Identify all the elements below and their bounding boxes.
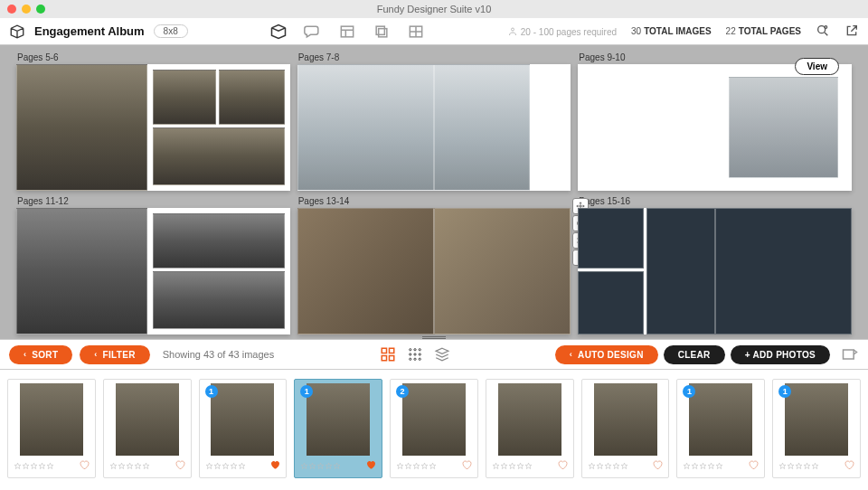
- svg-rect-0: [342, 26, 354, 37]
- svg-point-14: [409, 353, 410, 355]
- favorite-heart-icon[interactable]: [79, 457, 90, 474]
- album-name: Engagement Album: [34, 24, 145, 38]
- thumb-image: [498, 383, 561, 456]
- showing-count: Showing 43 of 43 images: [163, 349, 275, 360]
- star-rating[interactable]: [588, 462, 628, 470]
- minimize-window-icon[interactable]: [22, 5, 31, 14]
- favorite-heart-icon[interactable]: [652, 457, 663, 474]
- favorite-heart-icon[interactable]: [175, 457, 185, 474]
- edit-icon[interactable]: [841, 345, 859, 363]
- thumb-image: [594, 383, 657, 456]
- spread[interactable]: Pages 9-10 View: [578, 52, 852, 191]
- copy-icon[interactable]: [373, 23, 391, 41]
- box-icon[interactable]: [9, 24, 25, 40]
- spread[interactable]: Pages 13-14: [297, 196, 571, 335]
- thumb-image: [116, 383, 179, 456]
- svg-rect-1: [379, 28, 387, 36]
- favorite-heart-icon[interactable]: [461, 457, 472, 474]
- svg-rect-9: [389, 356, 393, 361]
- spread[interactable]: Pages 15-16: [578, 196, 852, 335]
- star-rating[interactable]: [205, 462, 246, 470]
- thumb-image: [402, 383, 466, 456]
- svg-point-15: [413, 353, 415, 355]
- window-title: Fundy Designer Suite v10: [377, 4, 492, 14]
- bottom-bar: ‹SORT ‹FILTER Showing 43 of 43 images ‹A…: [0, 339, 868, 370]
- thumbnail[interactable]: 1: [676, 379, 765, 478]
- thumb-image: [211, 383, 274, 456]
- close-window-icon[interactable]: [7, 5, 16, 14]
- layout-icon[interactable]: [338, 23, 356, 41]
- star-rating[interactable]: [300, 462, 341, 470]
- svg-point-11: [409, 349, 410, 351]
- favorite-heart-icon[interactable]: [365, 457, 376, 474]
- chat-icon[interactable]: [304, 23, 322, 41]
- filter-button[interactable]: ‹FILTER: [80, 345, 149, 364]
- spread[interactable]: Pages 7-8: [297, 52, 571, 191]
- svg-point-12: [413, 349, 415, 351]
- spread[interactable]: Pages 5-6: [16, 52, 290, 191]
- sort-button[interactable]: ‹SORT: [9, 345, 72, 364]
- svg-rect-2: [377, 26, 385, 34]
- star-rating[interactable]: [683, 462, 723, 470]
- thumbnail[interactable]: 1: [199, 379, 288, 478]
- star-rating[interactable]: [778, 462, 819, 470]
- thumb-image: [307, 383, 370, 456]
- spread-label: Pages 13-14: [298, 196, 571, 206]
- thumbnail[interactable]: [7, 379, 96, 478]
- spread-label: Pages 5-6: [17, 52, 290, 62]
- svg-rect-7: [382, 348, 386, 353]
- thumbnail[interactable]: [103, 379, 192, 478]
- maximize-window-icon[interactable]: [36, 5, 45, 14]
- pages-required-text: 20 - 100 pages required: [507, 26, 617, 37]
- favorite-heart-icon[interactable]: [844, 457, 854, 474]
- stack-view-icon[interactable]: [434, 346, 450, 363]
- total-images: 30TOTAL IMAGES: [631, 26, 712, 36]
- svg-point-16: [419, 353, 420, 355]
- usage-badge: 1: [205, 385, 218, 398]
- favorite-heart-icon[interactable]: [269, 457, 280, 474]
- star-rating[interactable]: [14, 462, 54, 470]
- toolbar: Engagement Album 8x8 20 - 100 pages requ…: [0, 18, 868, 45]
- add-photos-button[interactable]: + ADD PHOTOS: [731, 345, 830, 364]
- spread[interactable]: Pages 11-12: [16, 196, 290, 335]
- svg-rect-20: [843, 350, 854, 359]
- spreads-canvas: Pages 5-6 Pages 7-8 Pages 9-10 View Page…: [0, 45, 868, 339]
- grid-view-icon[interactable]: [380, 346, 396, 363]
- clear-button[interactable]: CLEAR: [664, 345, 725, 364]
- thumb-image: [689, 383, 752, 456]
- thumbnail[interactable]: 1: [772, 379, 861, 478]
- svg-point-4: [512, 28, 514, 31]
- window-titlebar: Fundy Designer Suite v10: [0, 0, 868, 18]
- star-rating[interactable]: [396, 462, 437, 470]
- svg-point-13: [419, 349, 420, 351]
- spread-label: Pages 7-8: [298, 52, 571, 62]
- grid-icon[interactable]: [407, 23, 425, 41]
- thumbnail-tray: 11211: [0, 370, 868, 490]
- spread-label: Pages 11-12: [17, 196, 290, 206]
- album-size-pill[interactable]: 8x8: [154, 24, 188, 38]
- star-rating[interactable]: [109, 462, 150, 470]
- svg-point-18: [413, 358, 415, 360]
- thumbnail[interactable]: [486, 379, 574, 478]
- svg-rect-10: [382, 356, 386, 361]
- box2-icon[interactable]: [269, 23, 288, 41]
- total-pages: 22TOTAL PAGES: [726, 26, 801, 36]
- tray-resize-handle[interactable]: [422, 336, 446, 340]
- favorite-heart-icon[interactable]: [557, 457, 568, 474]
- svg-point-17: [409, 358, 410, 360]
- svg-rect-8: [389, 348, 393, 353]
- favorite-heart-icon[interactable]: [748, 457, 759, 474]
- thumbnail[interactable]: [581, 379, 670, 478]
- thumbnail[interactable]: 1: [294, 379, 382, 478]
- svg-point-19: [419, 358, 420, 360]
- auto-design-button[interactable]: ‹AUTO DESIGN: [555, 345, 658, 364]
- thumb-image: [20, 383, 83, 456]
- spread-label: Pages 15-16: [579, 196, 852, 206]
- view-spread-button[interactable]: View: [795, 58, 839, 75]
- thumbnail[interactable]: 2: [390, 379, 478, 478]
- star-rating[interactable]: [492, 462, 533, 470]
- thumb-image: [785, 383, 848, 456]
- external-icon[interactable]: [844, 24, 859, 40]
- mosaic-view-icon[interactable]: [407, 346, 423, 363]
- search-icon[interactable]: [816, 24, 830, 40]
